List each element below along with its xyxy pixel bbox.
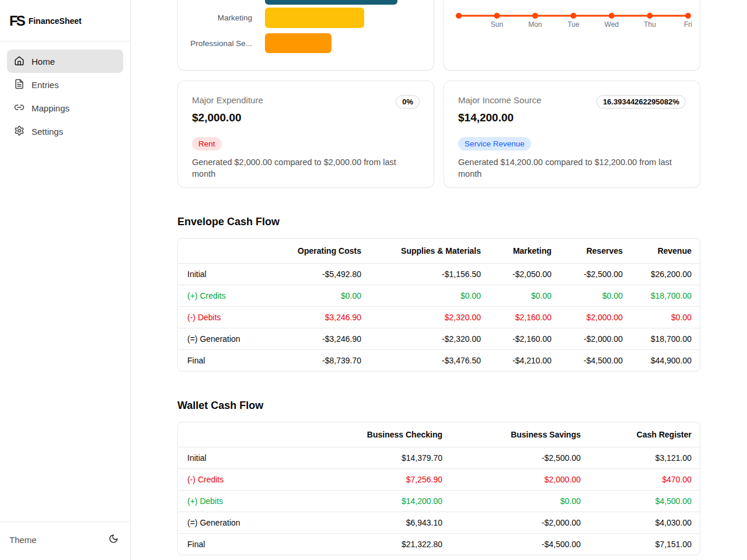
sidebar-nav: Home Entries Mappings Settings	[0, 41, 130, 151]
cell-value: $7,256.90	[318, 468, 452, 490]
row-label: (=) Generation	[178, 328, 254, 349]
column-header: Cash Register	[590, 422, 700, 447]
table-row: Initial$14,379.70-$2,500.00$3,121.00	[178, 447, 700, 468]
major-income-card: Major Income Source 16.39344262295082% $…	[444, 80, 700, 188]
percent-badge: 0%	[396, 95, 420, 108]
line-chart-canvas: SunMonTueWedThuFri	[444, 0, 700, 69]
cell-value: $21,322.80	[318, 533, 452, 555]
main-content: MarketingProfessional Se... SunMonTueWed…	[131, 0, 747, 560]
table-row: Initial-$5,492.80-$1,156.50-$2,050.00-$2…	[178, 263, 700, 285]
row-label: Initial	[178, 447, 318, 468]
category-tag: Service Revenue	[458, 137, 531, 150]
stat-cards-row: Major Expenditure 0% $2,000.00 Rent Gene…	[177, 80, 700, 188]
cell-value: -$2,160.00	[490, 328, 561, 349]
table-row: (+) Debits$14,200.00$0.00$4,500.00	[178, 490, 700, 512]
sidebar-item-home[interactable]: Home	[7, 50, 123, 73]
column-header	[178, 239, 254, 263]
card-amount: $14,200.00	[458, 111, 686, 124]
cell-value: $2,320.00	[371, 306, 490, 328]
gear-icon	[14, 125, 25, 138]
cell-value: $4,500.00	[590, 490, 700, 512]
cell-value: $18,700.00	[632, 285, 700, 306]
table-row: (=) Generation-$3,246.90-$2,320.00-$2,16…	[178, 328, 700, 349]
table-row: (-) Credits$7,256.90$2,000.00$470.00	[178, 468, 700, 490]
sidebar-item-label: Entries	[32, 80, 59, 90]
bar-category-label: Marketing	[177, 13, 252, 22]
envelope-section-heading: Envelope Cash Flow	[177, 216, 700, 228]
card-amount: $2,000.00	[192, 111, 420, 124]
sidebar-item-settings[interactable]: Settings	[7, 120, 123, 143]
cell-value: -$2,000.00	[561, 328, 632, 349]
column-header: Supplies & Materials	[371, 239, 490, 263]
wallet-cash-flow-table: Business CheckingBusiness SavingsCash Re…	[177, 422, 700, 555]
percent-badge: 16.39344262295082%	[596, 95, 686, 108]
table-row: (=) Generation$6,943.10-$2,000.00$4,030.…	[178, 512, 700, 533]
sidebar-item-entries[interactable]: Entries	[7, 73, 123, 96]
theme-toggle-button[interactable]	[109, 534, 118, 546]
card-description: Generated $14,200.00 compared to $12,200…	[458, 156, 686, 180]
x-axis-label: Wed	[605, 20, 619, 29]
row-label: (-) Credits	[178, 468, 318, 490]
category-bar-chart: MarketingProfessional Se...	[177, 0, 434, 71]
card-description: Generated $2,000.00 compared to $2,000.0…	[192, 156, 420, 180]
column-header: Reserves	[561, 239, 632, 263]
sidebar-item-mappings[interactable]: Mappings	[7, 96, 123, 120]
data-point	[532, 13, 538, 19]
row-label: (-) Debits	[178, 306, 254, 328]
cell-value: $2,160.00	[490, 306, 561, 328]
cell-value: $0.00	[561, 285, 632, 306]
x-axis-label: Thu	[644, 20, 656, 29]
row-label: (=) Generation	[178, 512, 318, 533]
cell-value: $14,379.70	[318, 447, 452, 468]
link-icon	[14, 102, 25, 114]
cell-value: -$4,500.00	[561, 349, 632, 371]
row-label: (+) Credits	[178, 285, 254, 306]
cell-value: $0.00	[452, 490, 590, 512]
envelope-cash-flow-table: Operating CostsSupplies & MaterialsMarke…	[177, 238, 700, 372]
app-root: FS FinanceSheet Home Entries Mappings	[0, 0, 747, 560]
brand-name: FinanceSheet	[29, 16, 82, 26]
cell-value: $3,246.90	[254, 306, 371, 328]
cell-value: $7,151.00	[590, 533, 700, 555]
column-header: Revenue	[632, 239, 700, 263]
cell-value: -$5,492.80	[254, 263, 371, 285]
major-expenditure-card: Major Expenditure 0% $2,000.00 Rent Gene…	[177, 80, 434, 188]
cell-value: $14,200.00	[318, 490, 452, 512]
card-title: Major Income Source	[458, 95, 542, 105]
table-row: (+) Credits$0.00$0.00$0.00$0.00$18,700.0…	[178, 285, 700, 306]
cell-value: -$2,050.00	[490, 263, 561, 285]
weekly-line-chart: SunMonTueWedThuFri	[444, 0, 700, 71]
table-row: (-) Debits$3,246.90$2,320.00$2,160.00$2,…	[178, 306, 700, 328]
cell-value: $44,900.00	[632, 349, 700, 371]
wallet-section-heading: Wallet Cash Flow	[177, 400, 700, 412]
cell-value: -$8,739.70	[254, 349, 371, 371]
cell-value: -$4,210.00	[490, 349, 561, 371]
row-label: Initial	[178, 263, 254, 285]
cell-value: -$2,500.00	[452, 447, 590, 468]
document-icon	[14, 79, 25, 91]
data-point	[685, 13, 691, 19]
table-header-row: Operating CostsSupplies & MaterialsMarke…	[178, 239, 700, 263]
brand-header: FS FinanceSheet	[0, 0, 130, 41]
cell-value: -$2,500.00	[561, 263, 632, 285]
data-point	[609, 13, 615, 19]
cell-value: -$1,156.50	[371, 263, 490, 285]
card-title: Major Expenditure	[192, 95, 263, 105]
bar-category-label: Professional Se...	[177, 39, 252, 48]
table-header-row: Business CheckingBusiness SavingsCash Re…	[178, 422, 700, 447]
cell-value: $0.00	[371, 285, 490, 306]
cell-value: $18,700.00	[632, 328, 700, 349]
cell-value: -$2,320.00	[371, 328, 490, 349]
charts-row: MarketingProfessional Se... SunMonTueWed…	[177, 0, 700, 71]
column-header: Marketing	[490, 239, 561, 263]
home-icon	[14, 55, 25, 68]
row-label: (+) Debits	[178, 490, 318, 512]
data-point	[647, 13, 653, 19]
sidebar-item-label: Home	[32, 57, 55, 66]
bar-marketing	[265, 8, 364, 28]
theme-label: Theme	[9, 535, 37, 545]
data-point	[456, 13, 462, 19]
data-point	[494, 13, 500, 19]
column-header: Business Savings	[452, 422, 590, 447]
cell-value: $0.00	[490, 285, 561, 306]
